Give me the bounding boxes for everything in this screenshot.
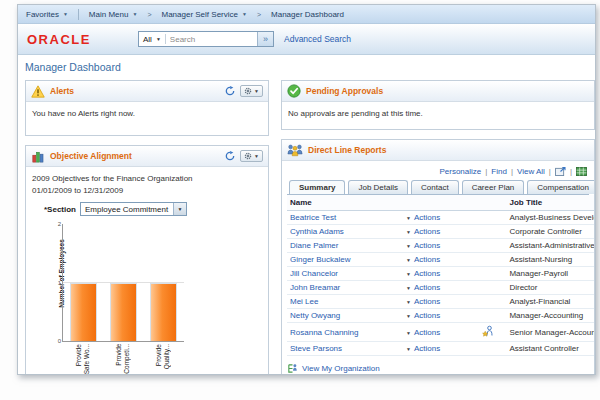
report-row: Cynthia Adams▼ActionsCorporate Controlle… bbox=[287, 225, 595, 239]
job-title-cell: Analyst-Business Development bbox=[506, 211, 595, 225]
employee-name-link[interactable]: Diane Palmer bbox=[290, 241, 338, 250]
pending-body: No approvals are pending at this time. bbox=[282, 102, 594, 129]
chart-y-tick: 2 bbox=[58, 221, 61, 227]
actions-link[interactable]: Actions bbox=[414, 311, 440, 320]
chart-category: Provide Safe Wo... bbox=[69, 344, 96, 375]
actions-caret-icon: ▼ bbox=[406, 215, 411, 221]
job-title-cell: Director bbox=[506, 281, 595, 295]
breadcrumb-separator: > bbox=[147, 11, 151, 18]
employee-name-link[interactable]: Mei Lee bbox=[290, 297, 318, 306]
personalize-link[interactable]: Personalize bbox=[439, 167, 481, 176]
alerts-title: Alerts bbox=[50, 86, 225, 96]
job-title-cell: Manager-Accounting bbox=[506, 309, 595, 323]
pending-message: No approvals are pending at this time. bbox=[288, 109, 423, 118]
employee-name-link[interactable]: Rosanna Channing bbox=[290, 328, 359, 337]
objective-title: Objective Alignment bbox=[50, 151, 225, 161]
view-my-organization-label: View My Organization bbox=[302, 364, 380, 373]
report-row: Steve Parsons▼ActionsAssistant Controlle… bbox=[287, 342, 595, 356]
breadcrumb-main-menu[interactable]: Main Menu ▼ bbox=[89, 10, 138, 19]
employee-name-link[interactable]: Ginger Buckalew bbox=[290, 255, 350, 264]
tab-summary[interactable]: Summary bbox=[289, 180, 345, 194]
chart-y-tick: 1 bbox=[58, 280, 61, 286]
pending-title: Pending Approvals bbox=[306, 86, 589, 96]
search-input[interactable] bbox=[166, 35, 257, 44]
section-select[interactable]: Employee Commitment ▼ bbox=[80, 202, 187, 216]
actions-link[interactable]: Actions bbox=[414, 269, 440, 278]
tab-career-plan[interactable]: Career Plan bbox=[462, 180, 525, 194]
refresh-icon[interactable] bbox=[225, 86, 235, 96]
chevron-down-icon: ▼ bbox=[63, 11, 68, 17]
job-title-cell: Senior Manager-Accounting bbox=[506, 323, 595, 342]
breadcrumb-item-label: Manager Self Service bbox=[161, 10, 237, 19]
chart-category: Provide Quality... bbox=[149, 344, 176, 375]
tab-compensation[interactable]: Compensation bbox=[527, 180, 595, 194]
tab-contact[interactable]: Contact bbox=[411, 180, 459, 194]
org-chart-icon bbox=[287, 363, 298, 374]
objective-chart: Number of Employees 012 Provide Safe Wo.… bbox=[32, 220, 262, 375]
employee-name-link[interactable]: Cynthia Adams bbox=[290, 227, 344, 236]
view-my-organization-link[interactable]: View My Organization bbox=[287, 363, 589, 374]
chart-bars bbox=[63, 224, 184, 341]
employee-name-link[interactable]: Steve Parsons bbox=[290, 344, 342, 353]
chevron-down-icon: ▼ bbox=[254, 88, 259, 94]
search-box: All ▼ » bbox=[138, 31, 274, 47]
actions-link[interactable]: Actions bbox=[414, 255, 440, 264]
report-row: Diane Palmer▼ActionsAssistant-Administra… bbox=[287, 239, 595, 253]
objective-daterange: 01/01/2009 to 12/31/2009 bbox=[32, 186, 262, 195]
section-label: *Section bbox=[44, 205, 76, 214]
breadcrumb-manager-dashboard[interactable]: Manager Dashboard bbox=[271, 10, 344, 19]
reports-table: Name Job Title Position in Salary Range … bbox=[287, 195, 595, 356]
breadcrumb-divider bbox=[78, 9, 79, 20]
chevron-down-icon: ▼ bbox=[254, 153, 259, 159]
gear-menu-button[interactable]: ▼ bbox=[240, 150, 263, 162]
employee-name-link[interactable]: Beatrice Test bbox=[290, 213, 336, 222]
pending-approvals-panel: Pending Approvals No approvals are pendi… bbox=[281, 80, 595, 130]
app-window: Favorites ▼ Main Menu ▼ > Manager Self S… bbox=[17, 4, 596, 375]
report-tabs: SummaryJob DetailsContactCareer PlanComp… bbox=[287, 180, 589, 195]
header-bar: ORACLE All ▼ » Advanced Search bbox=[18, 24, 595, 55]
objective-panel-header: Objective Alignment bbox=[26, 146, 268, 167]
actions-link[interactable]: Actions bbox=[414, 328, 440, 337]
actions-link[interactable]: Actions bbox=[414, 227, 440, 236]
dashboard-content: Manager Dashboard Alerts bbox=[18, 56, 595, 374]
actions-caret-icon: ▼ bbox=[406, 271, 411, 277]
refresh-icon[interactable] bbox=[225, 151, 235, 161]
breadcrumb: Favorites ▼ Main Menu ▼ > Manager Self S… bbox=[18, 5, 595, 24]
download-grid-icon[interactable] bbox=[576, 167, 587, 176]
find-link[interactable]: Find bbox=[491, 167, 507, 176]
dlr-toolbar: Personalize | Find | View All | | bbox=[287, 164, 589, 180]
actions-link[interactable]: Actions bbox=[414, 283, 440, 292]
chart-category-labels: Provide Safe Wo...Provide Competi...Prov… bbox=[62, 344, 184, 375]
actions-link[interactable]: Actions bbox=[414, 344, 440, 353]
breadcrumb-favorites[interactable]: Favorites ▼ bbox=[26, 10, 68, 19]
breadcrumb-manager-self-service[interactable]: Manager Self Service ▼ bbox=[161, 10, 246, 19]
actions-caret-icon: ▼ bbox=[406, 299, 411, 305]
chart-bar bbox=[150, 283, 177, 342]
search-go-button[interactable]: » bbox=[257, 32, 273, 46]
check-circle-icon bbox=[287, 84, 301, 98]
report-row: Ginger Buckalew▼ActionsAssistant-Nursing bbox=[287, 253, 595, 267]
gear-icon bbox=[244, 87, 252, 95]
page-title: Manager Dashboard bbox=[25, 61, 595, 73]
employee-name-link[interactable]: Netty Owyang bbox=[290, 311, 340, 320]
chart-bar bbox=[110, 283, 137, 342]
direct-line-reports-panel: Direct Line Reports Personalize | Find |… bbox=[281, 139, 595, 375]
employee-name-link[interactable]: Jill Chancelor bbox=[290, 269, 338, 278]
chevron-down-icon: ▼ bbox=[156, 36, 161, 42]
gear-menu-button[interactable]: ▼ bbox=[240, 85, 263, 97]
dlr-body: Personalize | Find | View All | | bbox=[282, 161, 594, 375]
employee-name-link[interactable]: John Breamar bbox=[290, 283, 340, 292]
popout-icon[interactable] bbox=[555, 167, 566, 176]
actions-link[interactable]: Actions bbox=[414, 297, 440, 306]
reports-table-body: Beatrice Test▼ActionsAnalyst-Business De… bbox=[287, 211, 595, 356]
advanced-search-link[interactable]: Advanced Search bbox=[284, 34, 351, 44]
tab-job-details[interactable]: Job Details bbox=[348, 180, 408, 194]
breadcrumb-separator: > bbox=[257, 11, 261, 18]
actions-link[interactable]: Actions bbox=[414, 241, 440, 250]
search-scope-dropdown[interactable]: All ▼ bbox=[139, 32, 165, 46]
actions-link[interactable]: Actions bbox=[414, 213, 440, 222]
right-column: Pending Approvals No approvals are pendi… bbox=[281, 80, 595, 375]
view-all-link[interactable]: View All bbox=[517, 167, 545, 176]
actions-caret-icon: ▼ bbox=[406, 229, 411, 235]
chevron-down-icon: ▼ bbox=[242, 11, 247, 17]
